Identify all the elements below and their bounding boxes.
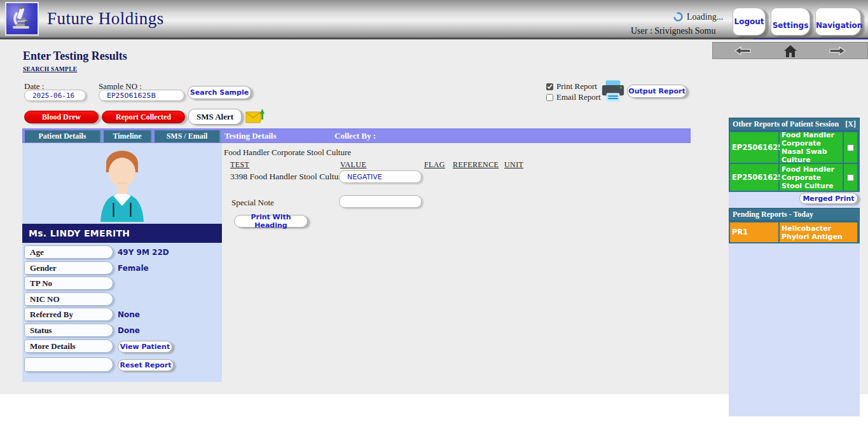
field-label-tp-no: TP No: [24, 277, 113, 290]
printer-icon[interactable]: [601, 79, 625, 106]
sample-no-input[interactable]: [99, 90, 184, 101]
patient-avatar: [84, 144, 160, 224]
report-row: EP25061625 Food Handler Corporate Nasal …: [730, 132, 858, 163]
email-report-label: Email Report: [556, 92, 601, 102]
tab-bar: Patient Details Timeline SMS / Email Tes…: [22, 128, 691, 143]
forward-arrow-icon[interactable]: [829, 46, 846, 55]
tab-patient-details[interactable]: Patient Details: [25, 130, 101, 142]
patient-name-bar: Ms. LINDY EMERITH: [22, 224, 222, 243]
column-header-test: TEST: [230, 160, 249, 170]
tab-timeline[interactable]: Timeline: [104, 130, 152, 142]
search-sample-button[interactable]: Search Sample: [188, 86, 251, 99]
app-window: Future Holdings Loading... User : Srivig…: [0, 0, 868, 431]
blood-drew-button[interactable]: Blood Drew: [24, 111, 99, 123]
report-select-checkbox[interactable]: [847, 174, 854, 181]
merged-print-button[interactable]: Merged Print: [799, 193, 858, 204]
print-with-heading-button[interactable]: Print With Heading: [234, 215, 308, 228]
collect-by-label: Collect By :: [334, 131, 376, 141]
report-checkbox-cell: [844, 132, 857, 163]
field-label-status: Status: [24, 324, 113, 337]
report-select-checkbox[interactable]: [847, 144, 854, 151]
page-title: Enter Testing Results: [23, 50, 127, 63]
report-id: EP25061625B: [730, 164, 778, 191]
test-row-name: 3398 Food Handler Stool Culture: [230, 172, 345, 182]
column-header-unit: UNIT: [504, 160, 523, 170]
sms-alert-button[interactable]: SMS Alert: [188, 109, 242, 125]
send-email-icon[interactable]: [245, 109, 265, 126]
report-collected-button[interactable]: Report Collected: [102, 111, 185, 123]
output-report-button[interactable]: Output Report: [627, 85, 687, 98]
right-panel: Other Reports of Patient Session [X] EP2…: [729, 118, 860, 416]
patient-panel: Ms. LINDY EMERITH Age 49Y 9M 22D Gender …: [22, 143, 222, 382]
pending-reports-table: PR1 Helicobacter Phylori Antigen: [729, 221, 860, 243]
other-reports-header: Other Reports of Patient Session [X]: [729, 118, 860, 131]
field-label-referred-by: Referred By: [24, 308, 113, 321]
home-icon[interactable]: [783, 44, 798, 58]
email-report-option: Email Report: [546, 92, 601, 102]
field-label-more-details: More Details: [24, 339, 113, 353]
view-patient-button[interactable]: View Patient: [118, 341, 172, 353]
field-value-status: Done: [118, 326, 140, 335]
field-value-age: 49Y 9M 22D: [118, 248, 169, 257]
loading-text: Loading...: [687, 12, 723, 22]
report-name: Food Handler Corporate Stool Culture: [780, 164, 843, 191]
settings-button[interactable]: Settings: [771, 8, 810, 36]
app-header: Future Holdings Loading... User : Srivig…: [0, 0, 868, 39]
logout-button[interactable]: Logout: [733, 8, 766, 36]
column-header-flag: FLAG: [424, 160, 445, 170]
print-report-option: Print Report: [546, 81, 597, 92]
current-user-label: User : Srivignesh Somu: [631, 26, 715, 36]
app-title: Future Holdings: [47, 9, 164, 29]
field-value-referred-by: None: [118, 310, 140, 319]
special-note-input[interactable]: [339, 195, 422, 208]
navigation-button[interactable]: Navigation: [815, 8, 861, 36]
microscope-icon: [10, 5, 35, 33]
report-row: EP25061625B Food Handler Corporate Stool…: [730, 164, 858, 191]
field-label-blank: [24, 357, 113, 372]
column-header-value: VALUE: [340, 160, 366, 170]
culture-title: Food Handler Corporate Stool Culture: [224, 147, 351, 158]
pending-report-id: PR1: [730, 222, 778, 242]
print-report-label: Print Report: [556, 81, 597, 92]
pending-reports-title: Pending Reports - Today: [733, 210, 813, 219]
field-value-gender: Female: [118, 264, 149, 273]
pending-report-name: Helicobacter Phylori Antigen: [780, 222, 857, 242]
other-reports-table: EP25061625 Food Handler Corporate Nasal …: [729, 131, 860, 192]
tab-testing-details-label: Testing Details: [224, 131, 277, 141]
special-note-label: Special Note: [231, 198, 274, 208]
column-header-reference: REFERENCE: [453, 160, 499, 170]
field-label-age: Age: [24, 245, 113, 259]
pending-reports-header: Pending Reports - Today: [729, 208, 860, 221]
search-sample-link[interactable]: SEARCH SAMPLE: [23, 66, 77, 72]
test-value-input[interactable]: [339, 170, 422, 183]
email-report-checkbox[interactable]: [546, 94, 553, 101]
field-label-gender: Gender: [24, 261, 113, 275]
report-id: EP25061625: [730, 132, 778, 163]
pending-report-row: PR1 Helicobacter Phylori Antigen: [730, 222, 858, 242]
tab-sms-email[interactable]: SMS / Email: [155, 130, 221, 142]
browser-nav-bar: [712, 42, 868, 59]
back-arrow-icon[interactable]: [734, 46, 751, 55]
report-checkbox-cell: [844, 164, 857, 191]
field-label-nic-no: NIC NO: [24, 292, 113, 306]
reset-report-button[interactable]: Reset Report: [118, 359, 174, 371]
spinner-icon: [673, 11, 684, 22]
other-reports-title: Other Reports of Patient Session: [733, 120, 839, 129]
print-report-checkbox[interactable]: [546, 83, 553, 90]
date-input[interactable]: [24, 90, 86, 101]
app-logo: [5, 2, 39, 36]
report-name: Food Handler Corporate Nasal Swab Cultur…: [780, 132, 843, 163]
loading-indicator: Loading...: [673, 11, 723, 22]
close-icon[interactable]: [X]: [845, 120, 856, 129]
